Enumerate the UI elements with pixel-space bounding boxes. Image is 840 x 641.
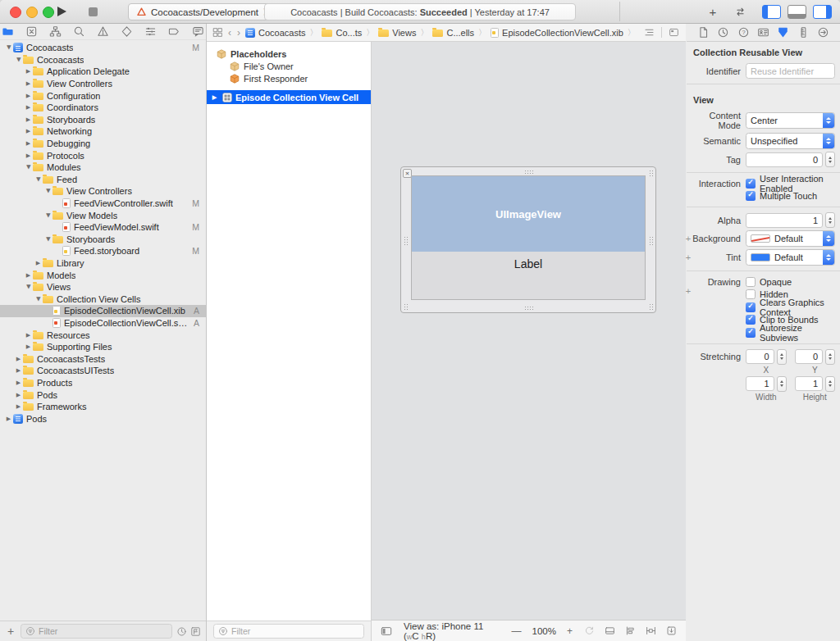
disclosure-triangle[interactable]: ▶ bbox=[210, 94, 219, 101]
related-items-grid-icon[interactable] bbox=[212, 27, 223, 38]
flagged-files-icon[interactable] bbox=[190, 626, 201, 637]
content-mode-dropdown[interactable]: Center bbox=[746, 112, 835, 129]
interaction-option[interactable]: Multiple Touch bbox=[746, 191, 835, 202]
episode-collection-view-cell[interactable]: UIImageView Label bbox=[411, 175, 646, 300]
disclosure-triangle[interactable]: ▶ bbox=[24, 104, 33, 111]
disclosure-triangle[interactable]: ▶ bbox=[14, 380, 23, 386]
tab-attributes-inspector[interactable] bbox=[776, 25, 790, 39]
resize-handle[interactable] bbox=[649, 236, 653, 245]
disclosure-triangle[interactable]: ▶ bbox=[14, 392, 23, 398]
navigator-row-application-delegate[interactable]: ▶Application Delegate bbox=[0, 66, 206, 78]
navigator-row-products[interactable]: ▶Products bbox=[0, 377, 206, 389]
tab-test-navigator[interactable] bbox=[120, 25, 134, 39]
close-window-button[interactable] bbox=[10, 7, 21, 18]
navigator-row-coordinators[interactable]: ▶Coordinators bbox=[0, 102, 206, 114]
navigator-row-pods[interactable]: ▶Pods bbox=[0, 389, 206, 401]
navigator-row-debugging[interactable]: ▶Debugging bbox=[0, 138, 206, 150]
resize-handle[interactable] bbox=[649, 170, 653, 176]
cell-selection-frame[interactable]: ✕ UIImageView Label bbox=[400, 166, 656, 313]
disclosure-triangle[interactable]: ▶ bbox=[45, 187, 52, 196]
tab-identity-inspector[interactable] bbox=[756, 25, 770, 39]
navigator-row-supporting-files[interactable]: ▶Supporting Files bbox=[0, 341, 206, 353]
navigator-row-library[interactable]: ▶Library bbox=[0, 257, 206, 270]
zoom-level[interactable]: 100% bbox=[532, 626, 556, 636]
library-add-button[interactable]: + bbox=[703, 3, 723, 20]
stretching-stepper[interactable] bbox=[777, 376, 787, 392]
navigator-row-feedviewmodel-swift[interactable]: ▶FeedViewModel.swiftM bbox=[0, 221, 206, 234]
tag-stepper[interactable] bbox=[825, 152, 835, 167]
navigator-row-modules[interactable]: ▶Modules bbox=[0, 161, 206, 174]
navigator-row-feed-storyboard[interactable]: ▶Feed.storyboardM bbox=[0, 245, 206, 257]
add-customization-button[interactable]: + bbox=[684, 234, 692, 243]
align-icon[interactable] bbox=[624, 625, 637, 636]
disclosure-triangle[interactable]: ▶ bbox=[24, 128, 33, 134]
navigator-row-cocoacasts[interactable]: ▶Cocoacasts bbox=[0, 54, 206, 66]
tab-issue-navigator[interactable] bbox=[96, 25, 110, 39]
interface-builder-canvas[interactable]: ✕ UIImageView Label View as: iPhone 11 (… bbox=[372, 42, 686, 641]
outline-item-episode-collection-view-cell[interactable]: ▶ Episode Collection View Cell bbox=[207, 90, 371, 104]
navigator-row-collection-view-cells[interactable]: ▶Collection View Cells bbox=[0, 293, 206, 305]
navigator-row-episodecollectionviewcell-swift[interactable]: ▶EpisodeCollectionViewCell.swiftA bbox=[0, 317, 206, 330]
checkbox-checked[interactable] bbox=[746, 179, 756, 189]
navigator-row-view-controllers[interactable]: ▶View Controllers bbox=[0, 78, 206, 90]
device-bar-toggle-icon[interactable] bbox=[380, 625, 393, 637]
editor-mode-button[interactable] bbox=[730, 3, 750, 20]
view-as-control[interactable]: View as: iPhone 11 (wC hR) bbox=[404, 621, 501, 641]
disclosure-triangle[interactable]: ▶ bbox=[24, 332, 33, 339]
navigator-row-feed[interactable]: ▶Feed bbox=[0, 174, 206, 186]
resize-handle[interactable] bbox=[649, 303, 653, 310]
back-button[interactable]: ‹ bbox=[228, 27, 231, 39]
disclosure-triangle[interactable]: ▶ bbox=[45, 211, 52, 220]
disclosure-triangle[interactable]: ▶ bbox=[14, 367, 23, 374]
stretching-value-field[interactable]: 0 bbox=[746, 349, 774, 364]
jumpbar-crumb[interactable]: EpisodeCollectionViewCell.xib bbox=[491, 28, 623, 38]
disclosure-triangle[interactable]: ▶ bbox=[24, 68, 33, 75]
navigator-row-configuration[interactable]: ▶Configuration bbox=[0, 89, 206, 102]
disclosure-triangle[interactable]: ▶ bbox=[14, 403, 23, 410]
tab-project-navigator[interactable] bbox=[1, 25, 15, 39]
ui-label[interactable]: Label bbox=[412, 252, 645, 299]
navigator-row-networking[interactable]: ▶Networking bbox=[0, 125, 206, 138]
reuse-identifier-field[interactable]: Reuse Identifier bbox=[746, 63, 835, 79]
tab-file-inspector[interactable] bbox=[696, 25, 710, 39]
disclosure-triangle[interactable]: ▶ bbox=[25, 163, 32, 172]
disclosure-triangle[interactable]: ▶ bbox=[45, 234, 52, 243]
stretching-stepper[interactable] bbox=[825, 349, 835, 365]
add-customization-button[interactable]: + bbox=[684, 286, 692, 296]
disclosure-triangle[interactable]: ▶ bbox=[24, 116, 33, 123]
navigator-row-views[interactable]: ▶Views bbox=[0, 281, 206, 293]
checkbox-checked[interactable] bbox=[746, 191, 756, 201]
navigator-row-frameworks[interactable]: ▶Frameworks bbox=[0, 401, 206, 413]
jumpbar-crumb[interactable]: C...ells bbox=[432, 28, 474, 38]
tab-symbol-navigator[interactable] bbox=[48, 25, 62, 39]
tag-field[interactable]: 0 bbox=[746, 152, 823, 167]
disclosure-triangle[interactable]: ▶ bbox=[34, 260, 43, 266]
tab-connections-inspector[interactable] bbox=[816, 25, 830, 39]
forward-button[interactable]: › bbox=[237, 27, 240, 39]
disclosure-triangle[interactable]: ▶ bbox=[16, 55, 22, 64]
navigator-row-cocoacaststests[interactable]: ▶CocoacastsTests bbox=[0, 352, 206, 365]
navigator-row-cocoacasts[interactable]: ▶CocoacastsM bbox=[0, 42, 206, 54]
ui-image-view[interactable]: UIImageView bbox=[412, 176, 645, 252]
tab-source-control-navigator[interactable] bbox=[25, 25, 39, 39]
checkbox-unchecked[interactable] bbox=[746, 289, 756, 299]
drawing-option[interactable]: Opaque bbox=[746, 276, 835, 288]
drawing-option[interactable]: Clears Graphics Context bbox=[746, 302, 835, 313]
navigator-row-episodecollectionviewcell-xib[interactable]: ▶EpisodeCollectionViewCell.xibA bbox=[0, 305, 206, 317]
minimize-window-button[interactable] bbox=[26, 7, 38, 18]
tab-size-inspector[interactable] bbox=[797, 25, 810, 39]
navigator-row-resources[interactable]: ▶Resources bbox=[0, 329, 206, 341]
outline-filter-input[interactable]: Filter bbox=[213, 624, 364, 639]
disclosure-triangle[interactable]: ▶ bbox=[35, 294, 42, 303]
navigator-row-view-models[interactable]: ▶View Models bbox=[0, 209, 206, 221]
tint-color-dropdown[interactable]: Default bbox=[746, 249, 835, 266]
disclosure-triangle[interactable]: ▶ bbox=[25, 283, 32, 292]
stop-button[interactable] bbox=[82, 2, 103, 20]
disclosure-triangle[interactable]: ▶ bbox=[24, 80, 33, 87]
tab-debug-navigator[interactable] bbox=[144, 25, 158, 39]
stretching-value-field[interactable]: 1 bbox=[746, 376, 774, 391]
tab-find-navigator[interactable] bbox=[72, 25, 86, 39]
navigator-row-storyboards[interactable]: ▶Storyboards bbox=[0, 114, 206, 126]
update-frames-icon[interactable] bbox=[583, 625, 596, 636]
disclosure-triangle[interactable]: ▶ bbox=[35, 175, 42, 184]
